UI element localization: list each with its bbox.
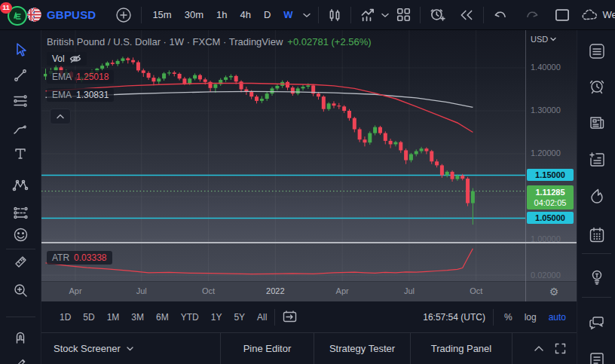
atr-legend[interactable]: ATR0.03338 <box>47 250 112 265</box>
tab-stock-screener[interactable]: Stock Screener <box>41 333 221 364</box>
price-tick-label: 1.00000 <box>531 234 561 243</box>
log-scale-toggle[interactable]: log <box>525 312 537 323</box>
chat-icon[interactable] <box>586 312 607 333</box>
tab-strategy-tester[interactable]: Strategy Tester <box>314 333 411 364</box>
watchlist-icon[interactable] <box>586 41 607 62</box>
atr-tick-label: 0.02000 <box>531 271 561 280</box>
calendar-icon[interactable] <box>586 225 607 246</box>
chevron-down-icon <box>127 346 133 351</box>
cursor-tool-icon[interactable] <box>11 40 30 60</box>
interval-15m[interactable]: 15m <box>152 9 171 20</box>
volume-legend[interactable]: Vol <box>47 52 87 66</box>
percent-scale-toggle[interactable]: % <box>504 312 512 323</box>
symbol-search-button[interactable]: GBPUSD <box>27 8 96 22</box>
time-axis-label: Apr <box>69 286 81 295</box>
interval-1d[interactable]: D <box>264 9 271 20</box>
ideas-lightbulb-icon[interactable] <box>586 267 607 288</box>
legend-collapse-button[interactable] <box>50 109 71 124</box>
pane-settings-gear-icon[interactable]: ⚙ <box>545 284 563 299</box>
panel-maximize-icon[interactable] <box>555 343 566 354</box>
fullscreen-button[interactable] <box>553 7 571 23</box>
data-window-icon[interactable] <box>586 149 607 170</box>
price-axis-currency[interactable]: USD <box>531 35 556 44</box>
range-1y[interactable]: 1Y <box>211 312 222 323</box>
fib-retracement-tool-icon[interactable] <box>11 91 30 111</box>
right-sidebar <box>577 30 615 364</box>
range-5y[interactable]: 5Y <box>234 312 245 323</box>
go-to-date-button[interactable] <box>283 310 297 323</box>
chart-style-button[interactable] <box>326 7 343 23</box>
symbol-title[interactable]: British Pound / U.S. Dollar · 1W · FXCM … <box>47 36 372 47</box>
ema-fast-legend[interactable]: EMA1.25018 <box>47 70 114 84</box>
ema-slow-value: 1.30831 <box>76 90 109 100</box>
sidebar-divider <box>582 253 611 254</box>
alert-price-badge: 1.05000 <box>527 212 574 224</box>
pane-separator[interactable] <box>41 242 577 243</box>
chart-area[interactable]: British Pound / U.S. Dollar · 1W · FXCM … <box>41 30 577 301</box>
drawing-toolbar <box>0 30 41 364</box>
auto-scale-toggle[interactable]: auto <box>549 312 566 323</box>
last-price-countdown-badge: 1.1128504:02:05 <box>527 185 574 210</box>
layout-name-label[interactable]: We <box>603 9 615 20</box>
interval-1w[interactable]: W <box>283 9 292 20</box>
price-change: +0.02781 (+2.56%) <box>287 36 371 47</box>
gbpusd-flag-icon <box>27 8 41 22</box>
range-1d[interactable]: 1D <box>60 312 71 323</box>
emoji-tool-icon[interactable] <box>11 225 30 244</box>
toolbar-divider <box>493 309 494 326</box>
range-ytd[interactable]: YTD <box>181 312 199 323</box>
toolbar-divider <box>6 249 35 249</box>
time-axis[interactable] <box>41 281 577 301</box>
magnet-tool-icon[interactable] <box>11 328 30 347</box>
toolbar-divider <box>318 7 319 23</box>
interval-buttons: 15m 30m 1h 4h D W <box>152 9 310 20</box>
interval-4h[interactable]: 4h <box>240 9 250 20</box>
undo-button[interactable] <box>491 8 509 23</box>
indicators-chevron-icon[interactable] <box>381 12 389 18</box>
panel-expand-chevron-icon[interactable] <box>534 345 544 352</box>
news-icon[interactable] <box>586 112 607 133</box>
time-axis-label: Jul <box>136 286 147 295</box>
zoom-in-tool-icon[interactable] <box>11 280 30 300</box>
create-alert-button[interactable] <box>428 6 447 24</box>
measure-ruler-tool-icon[interactable] <box>11 252 30 271</box>
time-axis-label: Apr <box>336 286 349 295</box>
cloud-save-icon[interactable] <box>580 8 600 23</box>
indicators-button[interactable] <box>359 6 378 24</box>
bar-replay-button[interactable] <box>457 8 476 23</box>
compare-add-button[interactable] <box>114 5 133 25</box>
atr-pane[interactable] <box>41 243 577 281</box>
chevron-down-icon <box>550 37 556 41</box>
bottom-panel-tabs: Stock Screener Pine Editor Strategy Test… <box>41 332 577 364</box>
ema-slow-legend[interactable]: EMA1.30831 <box>47 88 114 102</box>
tab-trading-panel[interactable]: Trading Panel <box>411 333 512 364</box>
redo-button[interactable] <box>523 8 541 23</box>
session-clock[interactable]: 16:57:54 (UTC) <box>423 312 485 323</box>
forecast-tool-icon[interactable] <box>11 203 30 222</box>
notification-badge: 11 <box>0 2 12 14</box>
xabcd-pattern-tool-icon[interactable] <box>11 176 30 195</box>
range-5d[interactable]: 5D <box>83 312 94 323</box>
tab-pine-editor[interactable]: Pine Editor <box>221 333 314 364</box>
range-6m[interactable]: 6M <box>156 312 169 323</box>
symbol-name: GBPUSD <box>47 8 96 21</box>
range-1m[interactable]: 1M <box>107 312 120 323</box>
interval-1h[interactable]: 1h <box>216 9 227 20</box>
alerts-clock-icon[interactable] <box>586 76 607 97</box>
price-axis[interactable]: USD 1.400001.300001.200001.000000.02000 <box>526 30 577 281</box>
time-axis-label: Oct <box>202 286 215 295</box>
toolbar-divider <box>274 309 275 326</box>
interval-30m[interactable]: 30m <box>185 9 203 20</box>
range-all[interactable]: All <box>257 312 267 323</box>
brush-tool-icon[interactable] <box>11 119 30 139</box>
range-3m[interactable]: 3M <box>131 312 144 323</box>
layout-grid-button[interactable] <box>395 6 412 23</box>
trend-line-tool-icon[interactable] <box>11 66 30 85</box>
edit-pencil-tool-icon[interactable] <box>11 353 30 364</box>
interval-menu-chevron-icon[interactable] <box>303 12 311 18</box>
time-axis-label: Jul <box>404 286 415 295</box>
text-tool-icon[interactable] <box>11 144 30 164</box>
public-chat-icon[interactable] <box>586 347 607 364</box>
eye-hidden-icon[interactable] <box>69 54 81 63</box>
hotlists-flame-icon[interactable] <box>586 185 607 206</box>
